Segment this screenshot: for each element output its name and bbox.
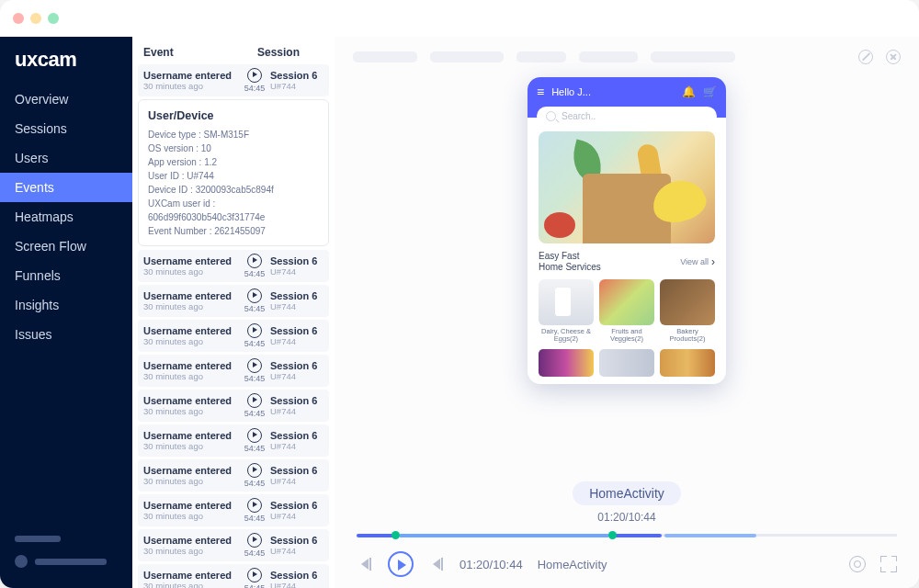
timeline-marker[interactable]: [391, 531, 400, 539]
event-user: U#744: [270, 476, 323, 486]
skip-back-button[interactable]: [357, 556, 373, 572]
uxcam-user-id: UXCam user id : 606d99f6030b540c3f31774e: [148, 197, 319, 224]
play-icon[interactable]: [247, 288, 262, 303]
event-user: U#744: [270, 371, 323, 381]
cart-icon[interactable]: 🛒: [703, 85, 717, 98]
play-icon[interactable]: [247, 68, 262, 83]
event-time-ago: 30 minutes ago: [143, 546, 239, 556]
search-bar[interactable]: Search..: [537, 107, 717, 126]
category-tile[interactable]: [599, 349, 654, 377]
event-title: Username entered: [143, 290, 239, 301]
nav-users[interactable]: Users: [0, 143, 132, 173]
event-row[interactable]: Username entered30 minutes ago 54:45 Ses…: [138, 424, 329, 457]
event-title: Username entered: [143, 430, 239, 441]
event-user: U#744: [270, 581, 323, 588]
event-row[interactable]: Username entered30 minutes ago 54:45 Ses…: [138, 320, 329, 352]
event-time-ago: 30 minutes ago: [143, 406, 239, 416]
category-tile[interactable]: [660, 349, 715, 377]
event-row[interactable]: Username entered30 minutes ago 54:45 Ses…: [138, 529, 329, 561]
event-timestamp: 54:45: [239, 583, 270, 588]
event-title: Username entered: [143, 255, 239, 266]
fullscreen-icon[interactable]: [880, 556, 897, 572]
event-row[interactable]: Username entered30 minutes ago 54:45 Ses…: [138, 390, 329, 422]
header-pill: [516, 51, 566, 62]
event-user: U#744: [270, 546, 323, 556]
play-icon[interactable]: [247, 428, 262, 443]
event-title: Username entered: [143, 70, 239, 81]
event-row[interactable]: Username entered30 minutes ago 54:45 Ses…: [138, 285, 329, 317]
view-all-link[interactable]: View all: [680, 257, 709, 266]
os-version: OS version : 10: [148, 141, 319, 155]
device-type: Device type : SM-M315F: [148, 128, 319, 141]
category-tile[interactable]: [539, 349, 594, 377]
event-session: Session 6: [270, 290, 323, 301]
event-row[interactable]: Username entered30 minutes ago 54:45 Ses…: [138, 564, 329, 588]
play-icon[interactable]: [247, 568, 262, 582]
play-icon[interactable]: [247, 498, 262, 513]
nav-insights[interactable]: Insights: [0, 290, 132, 320]
event-time-ago: 30 minutes ago: [143, 336, 239, 346]
play-icon[interactable]: [247, 463, 262, 478]
event-session: Session 6: [270, 255, 323, 266]
category-fruits[interactable]: Fruits and Veggies(2): [599, 279, 654, 344]
phone-preview: ≡ Hello J... 🔔 🛒 Search..: [528, 77, 726, 384]
nav-events[interactable]: Events: [0, 173, 132, 202]
category-bakery[interactable]: Bakery Products(2): [660, 279, 715, 344]
nav-heatmaps[interactable]: Heatmaps: [0, 202, 132, 232]
event-row[interactable]: Username entered30 minutes ago 54:45 Ses…: [138, 64, 329, 96]
event-timestamp: 54:45: [239, 374, 270, 383]
col-event: Event: [143, 46, 257, 59]
event-timestamp: 54:45: [239, 514, 270, 523]
device-id: Device ID : 3200093cab5c894f: [148, 183, 319, 197]
event-timestamp: 54:45: [239, 84, 270, 93]
settings-icon[interactable]: [849, 556, 866, 572]
play-icon[interactable]: [247, 533, 262, 548]
category-dairy[interactable]: Dairy, Cheese & Eggs(2): [539, 279, 594, 344]
event-title: Username entered: [143, 395, 239, 406]
nav-funnels[interactable]: Funnels: [0, 261, 132, 290]
timeline[interactable]: [357, 529, 897, 540]
event-session: Session 6: [270, 325, 323, 336]
greeting: Hello J...: [551, 86, 675, 97]
play-icon[interactable]: [247, 393, 262, 408]
close-icon[interactable]: [886, 50, 901, 64]
event-user: U#744: [270, 336, 323, 346]
nav-sessions[interactable]: Sessions: [0, 114, 132, 143]
event-time-ago: 30 minutes ago: [143, 581, 239, 588]
nav: Overview Sessions Users Events Heatmaps …: [0, 85, 132, 526]
event-title: Username entered: [143, 325, 239, 336]
event-row[interactable]: Username entered30 minutes ago 54:45 Ses…: [138, 494, 329, 526]
event-user: U#744: [270, 266, 323, 277]
event-row[interactable]: Username entered30 minutes ago 54:45 Ses…: [138, 355, 329, 387]
app-version: App version : 1.2: [148, 155, 319, 169]
skeleton-line: [35, 559, 107, 565]
play-button[interactable]: [388, 551, 414, 577]
traffic-light-close[interactable]: [13, 13, 24, 24]
device-card: User/Device Device type : SM-M315F OS ve…: [138, 99, 329, 246]
event-row[interactable]: Username entered30 minutes ago 54:45 Ses…: [138, 250, 329, 282]
nav-screen-flow[interactable]: Screen Flow: [0, 232, 132, 261]
event-timestamp: 54:45: [239, 339, 270, 348]
event-number: Event Number : 2621455097: [148, 224, 319, 238]
play-icon[interactable]: [247, 358, 262, 373]
hamburger-icon[interactable]: ≡: [537, 85, 544, 99]
hero-image[interactable]: [539, 131, 715, 243]
skip-forward-button[interactable]: [428, 556, 445, 572]
logo: uxcam: [0, 40, 132, 85]
timeline-marker[interactable]: [608, 531, 617, 539]
traffic-light-zoom[interactable]: [48, 13, 59, 24]
traffic-light-minimize[interactable]: [30, 13, 41, 24]
event-time-ago: 30 minutes ago: [143, 441, 239, 451]
event-timestamp: 54:45: [239, 304, 270, 313]
activity-chip: HomeActivity: [573, 481, 681, 505]
event-row[interactable]: Username entered30 minutes ago 54:45 Ses…: [138, 459, 329, 492]
disable-icon[interactable]: [858, 50, 873, 64]
nav-overview[interactable]: Overview: [0, 85, 132, 114]
event-time-ago: 30 minutes ago: [143, 301, 239, 311]
play-icon[interactable]: [247, 254, 262, 268]
event-session: Session 6: [270, 360, 323, 371]
play-icon[interactable]: [247, 323, 262, 338]
nav-issues[interactable]: Issues: [0, 320, 132, 349]
bell-icon[interactable]: 🔔: [682, 85, 696, 98]
controls-activity: HomeActivity: [538, 558, 607, 571]
